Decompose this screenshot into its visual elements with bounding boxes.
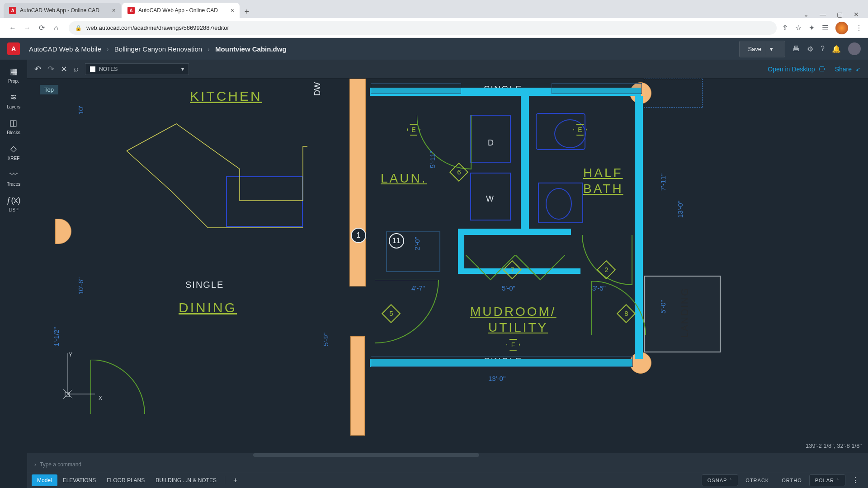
wall [458,229,571,235]
favicon: A [9,7,16,14]
breadcrumb-product[interactable]: AutoCAD Web & Mobile [29,45,101,53]
breadcrumb-project[interactable]: Bollinger Canyon Renovation [114,45,202,53]
help-icon[interactable]: ? [821,45,825,53]
save-dropdown-icon[interactable]: ▾ [766,43,777,55]
breadcrumb-file: Mountview Cabin.dwg [215,45,287,53]
lisp-icon: ƒ(x) [8,195,19,206]
label-single-left: SINGLE [185,280,224,290]
add-layout-button[interactable]: + [228,476,243,484]
bottom-bar: Model ELEVATIONS FLOOR PLANS BUILDING ..… [27,472,868,488]
undo-button[interactable]: ↶ [34,64,41,74]
axis-y-label: Y [69,352,72,358]
save-button[interactable]: Save ▾ [739,41,785,57]
share-button[interactable]: Share ➶ [835,66,861,73]
section-box [371,356,633,367]
user-avatar[interactable] [848,42,861,55]
counter-outline [86,110,307,246]
address-bar[interactable]: 🔒 web.autocad.com/acad/me/drawings/58699… [69,21,777,35]
share-icon: ➶ [855,66,861,73]
command-caret-icon: › [34,461,36,468]
new-tab-button[interactable]: + [241,5,253,18]
fixture-dryer [470,115,511,163]
column [349,79,366,286]
sidebar-item-blocks[interactable]: ◫ Blocks [7,117,20,135]
chevron-right-icon: › [208,45,210,53]
status-ortho[interactable]: ORTHO [776,475,807,486]
forward-button[interactable]: → [20,21,34,35]
breadcrumb: AutoCAD Web & Mobile › Bollinger Canyon … [29,45,287,53]
dim-text: 5'-0" [659,300,667,314]
command-line[interactable]: › Type a command [27,457,868,472]
room-label-kitchen: KITCHEN [190,89,262,104]
sidebar-item-traces[interactable]: 〰 Traces [7,169,20,187]
tab-title: AutoCAD Web App - Online CAD [20,7,99,14]
reload-button[interactable]: ⟳ [34,21,49,35]
layout-tab-elevations[interactable]: ELEVATIONS [57,474,102,486]
browser-tab[interactable]: A AutoCAD Web App - Online CAD × [4,3,121,18]
dim-text: 13'-0" [676,201,684,218]
layer-dropdown[interactable]: NOTES ▾ [85,63,189,75]
fixture-washer [470,173,511,221]
install-icon[interactable]: ⇪ [782,23,788,32]
zoom-selection-icon[interactable]: ⌕ [74,64,79,74]
traces-icon: 〰 [8,169,19,180]
close-icon[interactable]: × [231,7,234,14]
url-text: web.autocad.com/acad/me/drawings/5869928… [86,24,229,31]
redo-button[interactable]: ↷ [47,64,54,74]
view-label[interactable]: Top [40,85,58,94]
status-menu-icon[interactable]: ⋮ [847,476,863,484]
back-button[interactable]: ← [5,21,20,35]
maximize-icon[interactable]: ▢ [837,11,843,18]
sidebar-item-xref[interactable]: ◇ XREF [8,143,20,161]
layout-tab-floorplans[interactable]: FLOOR PLANS [101,474,150,486]
cursor-coordinates: 139'-2 1/8", 32'-8 1/8" [806,442,862,449]
room-label-mudroom-2: UTILITY [488,320,548,335]
chevron-right-icon: › [107,45,109,53]
layout-tab-model[interactable]: Model [32,474,57,486]
chevron-up-icon[interactable]: ˄ [730,478,732,483]
drawing-canvas[interactable]: Top 139'-2 1/8", 32'-8 1/8" KITCHEN DINI… [27,79,868,453]
print-icon[interactable]: 🖶 [793,45,800,53]
status-osnap[interactable]: OSNAP˄ [702,474,739,486]
desktop-icon: 🖵 [819,66,825,73]
column-node [55,219,71,244]
landing-slab [644,276,721,352]
chevron-down-icon[interactable]: ⌄ [803,11,809,18]
axis-x-label: X [99,395,102,401]
door-arc [90,360,154,423]
measure-icon[interactable]: ✕ [61,64,67,74]
close-window-icon[interactable]: ✕ [854,11,859,18]
chevron-up-icon[interactable]: ˄ [837,478,840,483]
command-placeholder: Type a command [40,461,81,468]
drawing-toolbar: ↶ ↷ ✕ ⌕ NOTES ▾ Open in Desktop 🖵 Share … [27,60,868,79]
extensions-icon[interactable]: ✦ [809,23,815,32]
horizontal-scrollbar[interactable] [27,453,868,457]
favicon: A [127,7,135,14]
bell-icon[interactable]: 🔔 [832,45,841,53]
home-button[interactable]: ⌂ [49,21,63,35]
status-otrack[interactable]: OTRACK [740,475,774,486]
sidebar-item-lisp[interactable]: ƒ(x) LISP [8,195,19,212]
xref-icon: ◇ [8,143,19,154]
reading-list-icon[interactable]: ☰ [822,23,828,32]
dim-text: 5'-11" [429,151,436,168]
browser-tab-bar: A AutoCAD Web App - Online CAD × A AutoC… [0,0,868,18]
kebab-icon[interactable]: ⋮ [855,23,863,32]
close-icon[interactable]: × [112,7,116,14]
room-label-dining: DINING [179,300,237,315]
profile-avatar[interactable] [835,22,848,34]
bookmark-icon[interactable]: ☆ [795,23,802,32]
minimize-icon[interactable]: ― [820,11,826,18]
sidebar-item-properties[interactable]: ▦ Prop. [8,66,19,84]
gear-icon[interactable]: ⚙ [807,45,813,53]
sidebar-item-layers[interactable]: ≋ Layers [7,92,20,109]
scrollbar-thumb[interactable] [253,453,479,457]
dim-text: 10'-6" [77,277,85,295]
browser-tab-active[interactable]: A AutoCAD Web App - Online CAD × [122,3,240,18]
autocad-logo[interactable]: A [7,42,20,55]
divider [225,476,225,484]
blocks-icon: ◫ [8,117,19,128]
open-in-desktop-button[interactable]: Open in Desktop 🖵 [768,66,825,73]
status-polar[interactable]: POLAR˄ [809,474,845,486]
layout-tab-notes[interactable]: BUILDING ...N & NOTES [150,474,222,486]
